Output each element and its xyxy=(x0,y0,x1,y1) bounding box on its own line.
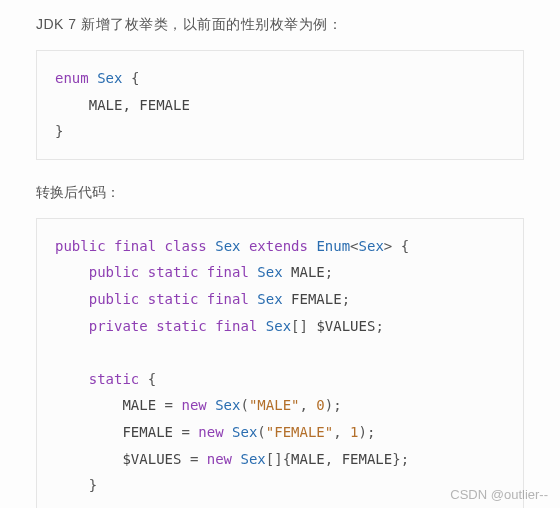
kw: class xyxy=(165,238,207,254)
ctor: Sex xyxy=(232,424,257,440)
paren: ( xyxy=(257,424,265,440)
field-male: MALE xyxy=(291,264,325,280)
brace-open: { xyxy=(131,70,139,86)
kw: static xyxy=(148,291,199,307)
number: 0 xyxy=(316,397,324,413)
kw-new: new xyxy=(181,397,206,413)
type: Sex xyxy=(257,264,282,280)
assign-male: MALE xyxy=(122,397,156,413)
eq: = xyxy=(156,397,181,413)
array: [] xyxy=(266,451,283,467)
type: Sex xyxy=(257,291,282,307)
kw: final xyxy=(114,238,156,254)
type-param: Sex xyxy=(359,238,384,254)
comma: , xyxy=(325,451,342,467)
brace-close: } xyxy=(89,477,97,493)
class-sex: Sex xyxy=(97,70,122,86)
array: [] xyxy=(291,318,308,334)
code-block-enum: enum Sex { MALE, FEMALE } xyxy=(36,50,524,160)
watermark-text: CSDN @outlier-- xyxy=(450,487,548,502)
kw: public xyxy=(89,291,140,307)
eq: = xyxy=(173,424,198,440)
paren: ( xyxy=(240,397,248,413)
field-female: FEMALE xyxy=(291,291,342,307)
intro-paragraph: JDK 7 新增了枚举类，以前面的性别枚举为例： xyxy=(36,16,524,34)
kw-new: new xyxy=(198,424,223,440)
kw: public xyxy=(55,238,106,254)
assign-female: FEMALE xyxy=(122,424,173,440)
assign-values: $VALUES xyxy=(122,451,181,467)
number: 1 xyxy=(350,424,358,440)
close: ); xyxy=(325,397,342,413)
close: }; xyxy=(392,451,409,467)
ctor: Sex xyxy=(240,451,265,467)
kw: static xyxy=(148,264,199,280)
kw-static: static xyxy=(89,371,140,387)
brace: { xyxy=(283,451,291,467)
intro-text: JDK 7 新增了枚举类，以前面的性别枚举为例： xyxy=(36,16,342,32)
arr-b: FEMALE xyxy=(342,451,393,467)
class-name: Sex xyxy=(215,238,240,254)
kw: public xyxy=(89,264,140,280)
kw: private xyxy=(89,318,148,334)
semi: ; xyxy=(325,264,333,280)
close: ); xyxy=(359,424,376,440)
brace: { xyxy=(148,371,156,387)
kw: final xyxy=(207,264,249,280)
type: Sex xyxy=(266,318,291,334)
kw: static xyxy=(156,318,207,334)
string: "FEMALE" xyxy=(266,424,333,440)
class-enum: Enum xyxy=(316,238,350,254)
gt: > xyxy=(384,238,392,254)
arr-a: MALE xyxy=(291,451,325,467)
kw-new: new xyxy=(207,451,232,467)
brace-close: } xyxy=(55,123,63,139)
semi: ; xyxy=(342,291,350,307)
kw: extends xyxy=(249,238,308,254)
brace: { xyxy=(401,238,409,254)
code-block-class: public final class Sex extends Enum<Sex>… xyxy=(36,218,524,508)
eq: = xyxy=(181,451,206,467)
field-values: $VALUES xyxy=(316,318,375,334)
kw-enum: enum xyxy=(55,70,89,86)
comma: , xyxy=(300,397,317,413)
after-label: 转换后代码： xyxy=(36,184,524,202)
semi: ; xyxy=(375,318,383,334)
kw: final xyxy=(215,318,257,334)
document-body: JDK 7 新增了枚举类，以前面的性别枚举为例： enum Sex { MALE… xyxy=(0,0,560,508)
comma: , xyxy=(333,424,350,440)
kw: final xyxy=(207,291,249,307)
lt: < xyxy=(350,238,358,254)
ctor: Sex xyxy=(215,397,240,413)
enum-body: MALE, FEMALE xyxy=(55,97,190,113)
string: "MALE" xyxy=(249,397,300,413)
